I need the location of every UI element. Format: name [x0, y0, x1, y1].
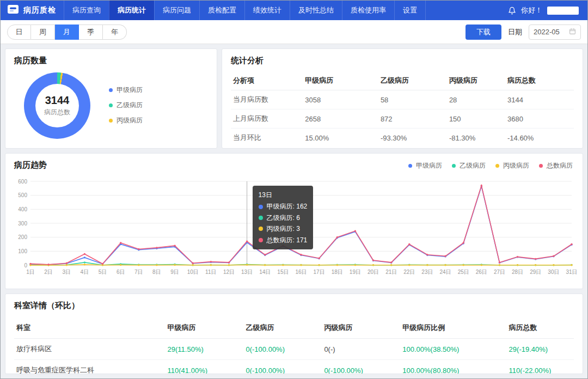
- svg-text:400: 400: [18, 206, 27, 212]
- legend-dot-icon: [109, 103, 113, 107]
- column-header: 分析项: [231, 71, 303, 90]
- legend-label: 丙级病历: [117, 116, 143, 125]
- nav-menu: 病历查询病历统计病历问题质检配置绩效统计及时性总结质检使用率设置: [64, 1, 499, 20]
- svg-text:6日: 6日: [117, 269, 125, 275]
- legend-label: 总数病历: [547, 161, 573, 170]
- period-option[interactable]: 日: [7, 25, 31, 40]
- nav-item[interactable]: 绩效统计: [244, 1, 290, 20]
- table-row: 当月环比15.00%-93.30%-81.30%-14.60%: [231, 129, 574, 148]
- table-cell: 呼吸与危重症医学科二科: [14, 360, 166, 375]
- legend-item: 乙级病历: [452, 161, 486, 170]
- column-header: 甲级病历: [166, 317, 244, 339]
- table-cell: 3144: [505, 90, 574, 109]
- legend-dot-icon: [109, 119, 113, 123]
- date-value: 2022-05: [534, 28, 560, 36]
- legend-label: 甲级病历: [117, 85, 143, 95]
- svg-text:7日: 7日: [134, 269, 143, 275]
- column-header: 丙级病历: [447, 71, 505, 90]
- user-name-redacted: [547, 7, 579, 15]
- svg-text:29日: 29日: [530, 269, 541, 275]
- table-row: 当月病历数305858283144: [231, 90, 574, 109]
- download-button[interactable]: 下载: [465, 25, 501, 40]
- legend-item: 甲级病历: [109, 85, 143, 95]
- svg-text:2日: 2日: [44, 269, 53, 275]
- table-cell: 100.00%(38.50%): [400, 339, 506, 360]
- table-cell: 110(-22.00%): [507, 360, 574, 375]
- date-picker[interactable]: 2022-05: [529, 25, 581, 40]
- svg-text:13日: 13日: [241, 269, 253, 275]
- nav-right: 你好！: [499, 1, 587, 20]
- trend-chart: 01002003004005006001日2日3日4日5日6日7日8日9日10日…: [5, 174, 583, 279]
- table-row: 呼吸与危重症医学科二科110(41.00%)0(-100.00%)0(-100.…: [14, 360, 574, 375]
- table-cell: 28: [447, 90, 505, 109]
- table-cell: 58: [378, 90, 447, 109]
- svg-text:11日: 11日: [205, 269, 216, 275]
- svg-text:0: 0: [24, 262, 27, 268]
- nav-item[interactable]: 病历统计: [109, 1, 154, 20]
- svg-text:17日: 17日: [314, 269, 325, 275]
- brand-title: 病历质检: [23, 5, 56, 15]
- svg-text:300: 300: [18, 221, 27, 227]
- donut-total-value: 3144: [45, 94, 70, 107]
- table-row: 上月病历数26588721503680: [231, 109, 574, 129]
- trend-panel: 病历趋势 甲级病历乙级病历丙级病历总数病历 010020030040050060…: [5, 153, 583, 289]
- period-segmented-control: 日周月季年: [7, 25, 127, 40]
- svg-text:14日: 14日: [259, 269, 271, 275]
- legend-dot-icon: [408, 164, 412, 168]
- nav-item[interactable]: 及时性总结: [290, 1, 342, 20]
- trend-line-chart: 01002003004005006001日2日3日4日5日6日7日8日9日10日…: [12, 176, 576, 279]
- svg-text:20日: 20日: [367, 269, 379, 275]
- nav-item[interactable]: 质检使用率: [342, 1, 394, 20]
- count-body: 3144 病历总数 甲级病历乙级病历丙级病历: [5, 69, 217, 148]
- dept-table: 科室甲级病历乙级病历丙级病历甲级病历比例病历总数 放疗科病区29(11.50%)…: [14, 317, 574, 374]
- svg-text:600: 600: [18, 179, 27, 185]
- dept-panel: 科室详情（环比） 科室甲级病历乙级病历丙级病历甲级病历比例病历总数 放疗科病区2…: [5, 294, 583, 374]
- column-header: 病历总数: [507, 317, 574, 339]
- svg-text:1日: 1日: [26, 269, 35, 275]
- legend-dot-icon: [109, 88, 113, 92]
- svg-text:24日: 24日: [440, 269, 451, 275]
- column-header: 乙级病历: [378, 71, 447, 90]
- legend-item: 乙级病历: [109, 101, 143, 110]
- toolbar-right: 下载 日期 2022-05: [465, 25, 581, 40]
- table-cell: 29(11.50%): [166, 339, 244, 360]
- svg-text:19日: 19日: [350, 269, 361, 275]
- nav-item[interactable]: 设置: [394, 1, 426, 20]
- donut-legend: 甲级病历乙级病历丙级病历: [109, 85, 143, 125]
- table-cell: -14.60%: [505, 129, 574, 148]
- panel-title: 病历趋势: [5, 154, 56, 174]
- bell-icon[interactable]: [508, 7, 516, 15]
- trend-head: 病历趋势 甲级病历乙级病历丙级病历总数病历: [5, 154, 583, 174]
- svg-text:4日: 4日: [81, 269, 89, 275]
- nav-item[interactable]: 病历问题: [154, 1, 199, 20]
- table-cell: 0(-100.00%): [243, 339, 322, 360]
- donut-chart-wrap: 3144 病历总数: [24, 72, 90, 139]
- column-header: 丙级病历: [322, 317, 400, 339]
- legend-label: 甲级病历: [416, 161, 442, 170]
- nav-item[interactable]: 病历查询: [64, 1, 109, 20]
- table-cell: -81.30%: [447, 129, 505, 148]
- nav-item[interactable]: 质检配置: [199, 1, 244, 20]
- table-cell: 872: [378, 109, 447, 129]
- svg-text:12日: 12日: [223, 269, 235, 275]
- top-nav: 病历质检 病历查询病历统计病历问题质检配置绩效统计及时性总结质检使用率设置 你好…: [1, 1, 587, 20]
- period-option[interactable]: 季: [79, 25, 103, 40]
- period-option[interactable]: 周: [31, 25, 55, 40]
- svg-text:500: 500: [18, 192, 27, 198]
- legend-dot-icon: [539, 164, 543, 168]
- stats-table: 分析项甲级病历乙级病历丙级病历病历总数 当月病历数305858283144上月病…: [231, 71, 574, 147]
- trend-line-chart-svg: 01002003004005006001日2日3日4日5日6日7日8日9日10日…: [12, 176, 578, 279]
- table-cell: 当月环比: [231, 129, 303, 148]
- donut-center: 3144 病历总数: [24, 72, 90, 139]
- calendar-icon: [569, 28, 576, 36]
- period-option[interactable]: 年: [103, 25, 127, 40]
- table-cell: 0(-100.00%): [243, 360, 322, 375]
- svg-text:9日: 9日: [170, 269, 179, 275]
- top-row: 病历数量 3144 病历总数 甲级病历乙级病历丙级病历 统计分析 分析项甲级病历…: [5, 48, 583, 149]
- panel-title: 病历数量: [5, 49, 217, 69]
- svg-text:15日: 15日: [277, 269, 289, 275]
- column-header: 甲级病历比例: [400, 317, 506, 339]
- period-option[interactable]: 月: [55, 25, 79, 40]
- app-window: 病历质检 病历查询病历统计病历问题质检配置绩效统计及时性总结质检使用率设置 你好…: [0, 0, 588, 379]
- svg-text:25日: 25日: [458, 269, 469, 275]
